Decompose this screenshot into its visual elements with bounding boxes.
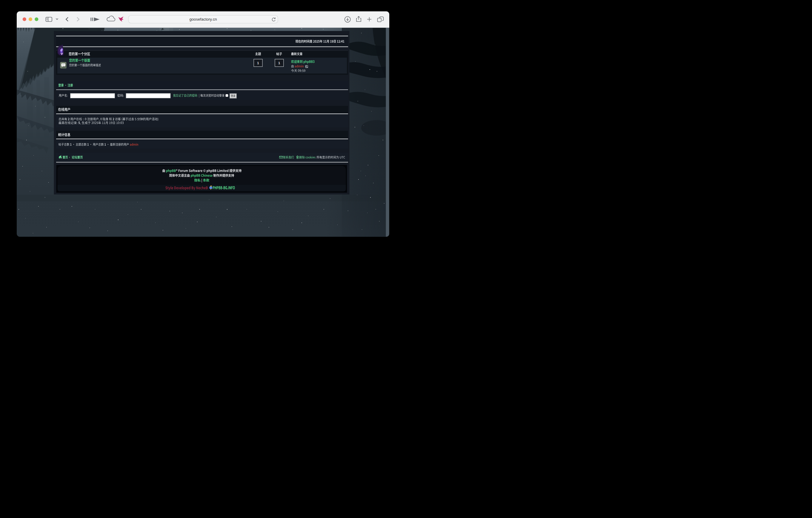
svg-text:goosefactory.cn: goosefactory.cn [189, 17, 217, 22]
svg-text:1: 1 [257, 61, 259, 65]
svg-text:1: 1 [278, 61, 280, 65]
